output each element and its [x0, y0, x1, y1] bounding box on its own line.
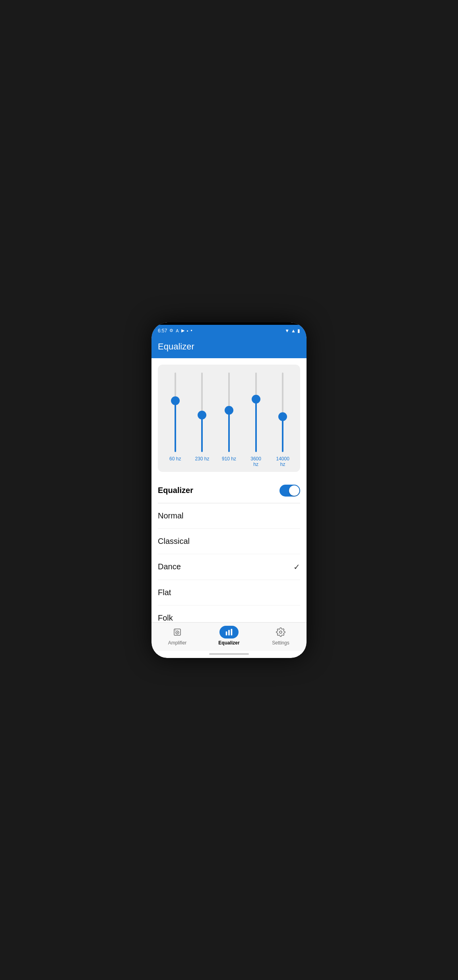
preset-item-flat[interactable]: Flat — [158, 580, 300, 605]
phone-frame: 6:57 ⚙ A ▶ ▪ • ▼ ▲ ▮ Equalizer — [151, 322, 307, 658]
status-left: 6:57 ⚙ A ▶ ▪ • — [158, 328, 192, 334]
status-bar: 6:57 ⚙ A ▶ ▪ • ▼ ▲ ▮ — [151, 325, 307, 337]
svg-point-2 — [177, 632, 178, 633]
battery-icon: ▮ — [297, 328, 300, 334]
main-content: 60 hz 230 hz 910 hz 3600 hz 14000 hz Equ… — [151, 358, 307, 622]
signal-icon: ▲ — [291, 328, 296, 334]
slider-fill-4 — [255, 401, 257, 452]
slider-fill-1 — [175, 404, 176, 452]
settings-section: Equalizer Normal Classical Dance — [151, 478, 307, 622]
status-time: 6:57 — [158, 328, 167, 334]
nav-item-equalizer[interactable]: Equalizer — [203, 626, 255, 646]
youtube-icon: ▶ — [181, 328, 184, 333]
freq-label-5: 14000 hz — [275, 456, 291, 467]
svg-rect-6 — [231, 629, 233, 636]
preset-item-dance[interactable]: Dance ✓ — [158, 554, 300, 580]
preset-name-folk: Folk — [158, 613, 173, 622]
svg-rect-5 — [228, 630, 230, 636]
app-bar: Equalizer — [151, 337, 307, 358]
nav-label-settings: Settings — [272, 640, 289, 646]
preset-name-normal: Normal — [158, 511, 183, 520]
slider-band-4[interactable] — [248, 373, 264, 452]
slider-band-2[interactable] — [194, 373, 210, 452]
phone-inner: 6:57 ⚙ A ▶ ▪ • ▼ ▲ ▮ Equalizer — [151, 322, 307, 658]
sdcard-icon: ▪ — [187, 328, 188, 333]
preset-name-dance: Dance — [158, 562, 181, 571]
amplifier-icon — [173, 627, 182, 637]
preset-list: Normal Classical Dance ✓ Flat Folk — [158, 503, 300, 622]
freq-label-2: 230 hz — [194, 456, 210, 467]
settings-icon — [276, 627, 285, 637]
slider-band-3[interactable] — [221, 373, 237, 452]
slider-fill-5 — [282, 419, 283, 452]
freq-labels: 60 hz 230 hz 910 hz 3600 hz 14000 hz — [162, 456, 296, 467]
equalizer-icon-wrapper — [219, 626, 239, 638]
freq-label-4: 3600 hz — [248, 456, 264, 467]
slider-fill-2 — [201, 415, 203, 452]
slider-thumb-3[interactable] — [225, 406, 233, 415]
app-title: Equalizer — [158, 342, 194, 351]
nav-label-amplifier: Amplifier — [168, 640, 187, 646]
slider-thumb-4[interactable] — [252, 395, 260, 404]
checkmark-icon: ✓ — [293, 562, 300, 572]
dot-icon: • — [191, 328, 192, 334]
slider-band-5[interactable] — [275, 373, 291, 452]
accessibility-icon: A — [176, 328, 179, 333]
slider-fill-3 — [228, 411, 230, 452]
preset-item-folk[interactable]: Folk — [158, 605, 300, 622]
freq-label-3: 910 hz — [221, 456, 237, 467]
toggle-knob — [289, 485, 299, 496]
svg-rect-4 — [226, 631, 227, 635]
eq-visualizer: 60 hz 230 hz 910 hz 3600 hz 14000 hz — [158, 365, 300, 472]
preset-name-classical: Classical — [158, 537, 190, 546]
preset-item-normal[interactable]: Normal — [158, 503, 300, 529]
equalizer-toggle-row: Equalizer — [158, 478, 300, 503]
wifi-icon: ▼ — [285, 328, 289, 334]
slider-thumb-5[interactable] — [278, 412, 287, 421]
slider-thumb-2[interactable] — [198, 411, 206, 419]
equalizer-toggle-switch[interactable] — [279, 485, 300, 497]
svg-point-3 — [175, 630, 176, 631]
settings-icon-wrapper — [271, 626, 290, 638]
equalizer-toggle-label: Equalizer — [158, 486, 193, 495]
home-indicator — [151, 651, 307, 658]
slider-band-1[interactable] — [167, 373, 183, 452]
amplifier-icon-wrapper — [168, 626, 187, 638]
nav-label-equalizer: Equalizer — [218, 640, 239, 646]
nav-item-settings[interactable]: Settings — [255, 626, 307, 646]
freq-label-1: 60 hz — [167, 456, 183, 467]
bottom-nav: Amplifier Equalizer — [151, 622, 307, 651]
status-right: ▼ ▲ ▮ — [285, 328, 300, 334]
slider-thumb-1[interactable] — [171, 396, 180, 405]
equalizer-icon — [225, 628, 233, 637]
home-bar — [209, 653, 249, 655]
sliders-row — [162, 373, 296, 452]
preset-name-flat: Flat — [158, 588, 171, 597]
settings-icon: ⚙ — [169, 328, 173, 333]
preset-item-classical[interactable]: Classical — [158, 529, 300, 554]
nav-item-amplifier[interactable]: Amplifier — [151, 626, 203, 646]
